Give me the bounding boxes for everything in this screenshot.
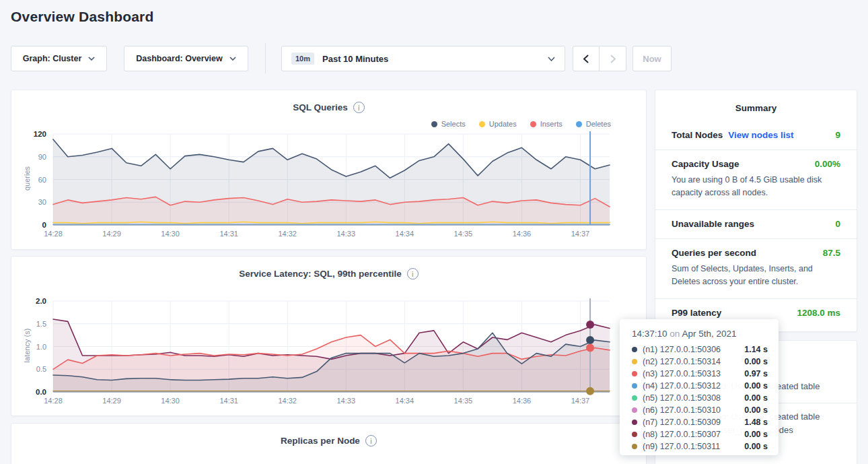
tooltip-node-value: 0.00 s [744, 430, 768, 439]
series-color-dot [632, 395, 637, 401]
tooltip-node-value: 0.97 s [744, 369, 768, 378]
summary-row-head: Capacity Usage0.00% [672, 159, 840, 169]
y-tick-label: 0.5 [11, 365, 46, 373]
tooltip-node-value: 0.00 s [744, 405, 768, 415]
tooltip-node-value: 0.00 s [744, 381, 768, 391]
tooltip-timestamp: 14:37:10 on Apr 5th, 2021 [632, 329, 768, 339]
chart-title: Service Latency: SQL, 99th percentile [239, 269, 402, 279]
tooltip-node-value: 0.00 s [744, 357, 768, 366]
page-title: Overview Dashboard [11, 9, 154, 25]
tooltip-node-value: 1.48 s [744, 418, 768, 427]
x-tick-label: 14:34 [383, 230, 426, 238]
tooltip-node-label: (n5) 127.0.0.1:50308 [643, 393, 721, 403]
series-color-dot [632, 444, 637, 449]
y-tick-label: 30 [11, 198, 46, 206]
tooltip-rows: (n1) 127.0.0.1:503061.14 s(n2) 127.0.0.1… [632, 343, 768, 453]
x-tick-label: 14:32 [266, 230, 309, 238]
summary-row-label: Queries per second [672, 248, 756, 258]
hover-dot [586, 321, 594, 329]
summary-title: Summary [655, 90, 857, 113]
series-color-dot [632, 383, 637, 389]
summary-row-head: Unavailable ranges0 [672, 219, 840, 229]
service-latency-card: Service Latency: SQL, 99th percentile i … [11, 256, 647, 416]
summary-row-subtext: You are using 0 B of 4.5 GiB usable disk… [672, 174, 840, 200]
now-button[interactable]: Now [632, 46, 672, 71]
dashboard-dropdown[interactable]: Dashboard: Overview [124, 46, 248, 71]
summary-row-head: P99 latency1208.0 ms [672, 308, 840, 318]
info-icon[interactable]: i [353, 102, 365, 113]
y-tick-label: 0 [11, 221, 46, 229]
summary-row: Capacity Usage0.00%You are using 0 B of … [655, 150, 857, 209]
legend-label: Selects [441, 120, 466, 128]
sql-queries-card: SQL Queries i SelectsUpdatesInsertsDelet… [11, 90, 647, 250]
summary-row-link[interactable]: View nodes list [728, 130, 793, 140]
sql-queries-svg [53, 134, 610, 225]
x-tick-label: 14:32 [266, 397, 309, 405]
x-tick-label: 14:31 [207, 230, 250, 238]
y-tick-label: 1.0 [11, 343, 46, 351]
legend-label: Inserts [540, 120, 563, 128]
info-icon[interactable]: i [365, 435, 377, 446]
x-tick-label: 14:35 [441, 230, 484, 238]
graph-dropdown[interactable]: Graph: Cluster [11, 46, 107, 71]
tooltip-node-value: 0.00 s [744, 442, 768, 451]
dashboard-dropdown-label: Dashboard: Overview [136, 54, 223, 63]
tooltip-node-label: (n8) 127.0.0.1:50307 [643, 430, 721, 439]
time-range-label: Past 10 Minutes [322, 54, 540, 64]
summary-row-label: Capacity Usage [672, 159, 739, 169]
x-tick-label: 14:36 [500, 230, 543, 238]
y-tick-label: 90 [11, 153, 46, 161]
tooltip-node-label: (n7) 127.0.0.1:50309 [643, 418, 721, 427]
tooltip-node-label: (n3) 127.0.0.1:50313 [643, 369, 721, 378]
info-icon[interactable]: i [407, 268, 419, 279]
summary-panel: Summary Total NodesView nodes list9Capac… [655, 90, 857, 332]
summary-row: Unavailable ranges0 [655, 209, 857, 238]
summary-row: Total NodesView nodes list9 [655, 121, 857, 150]
time-next-button[interactable] [599, 46, 626, 71]
tooltip-node-label: (n6) 127.0.0.1:50310 [643, 405, 721, 415]
x-tick-label: 14:29 [90, 230, 133, 238]
x-tick-label: 14:30 [149, 397, 192, 405]
x-tick-label: 14:33 [324, 397, 367, 405]
y-tick-label: 1.5 [11, 320, 46, 328]
graph-dropdown-label: Graph: Cluster [23, 54, 82, 63]
service-latency-plot[interactable] [53, 301, 610, 392]
y-tick-label: 2.0 [11, 297, 46, 305]
chevron-right-icon [610, 55, 616, 63]
tooltip-row: (n7) 127.0.0.1:503091.48 s [632, 416, 768, 428]
tooltip-row: (n1) 127.0.0.1:503061.14 s [632, 343, 768, 356]
summary-row-subtext: Sum of Selects, Updates, Inserts, and De… [672, 263, 840, 289]
tooltip-row: (n3) 127.0.0.1:503130.97 s [632, 368, 768, 380]
time-prev-button[interactable] [573, 46, 600, 71]
x-tick-label: 14:35 [441, 397, 484, 405]
legend-item-selects[interactable]: Selects [431, 120, 466, 128]
tooltip-node-label: (n9) 127.0.0.1:50311 [643, 442, 720, 451]
series-color-dot [632, 407, 637, 413]
chart-title: SQL Queries [293, 102, 348, 112]
legend-dot [530, 121, 536, 127]
tooltip-node-label: (n2) 127.0.0.1:50314 [643, 357, 721, 366]
legend-dot [576, 121, 582, 127]
legend-item-deletes[interactable]: Deletes [576, 120, 611, 128]
x-tick-label: 14:30 [149, 230, 192, 238]
legend-item-inserts[interactable]: Inserts [530, 120, 563, 128]
tooltip-row: (n4) 127.0.0.1:503120.00 s [632, 380, 768, 392]
summary-row-head: Total NodesView nodes list9 [672, 130, 840, 140]
chart-hover-tooltip: 14:37:10 on Apr 5th, 2021 (n1) 127.0.0.1… [620, 319, 779, 455]
sql-queries-plot[interactable] [53, 134, 610, 225]
time-range-picker[interactable]: 10m Past 10 Minutes [281, 46, 565, 71]
summary-rows: Total NodesView nodes list9Capacity Usag… [655, 121, 857, 327]
tooltip-row: (n8) 127.0.0.1:503070.00 s [632, 428, 768, 440]
legend-item-updates[interactable]: Updates [479, 120, 517, 128]
chevron-down-icon [548, 57, 555, 61]
x-tick-label: 14:37 [558, 230, 602, 238]
series-color-dot [632, 432, 637, 437]
y-tick-label: 120 [11, 130, 46, 138]
y-tick-label: 0.0 [11, 388, 46, 396]
controls-divider [265, 43, 266, 73]
summary-row-label: P99 latency [672, 308, 721, 318]
tooltip-row: (n9) 127.0.0.1:503110.00 s [632, 440, 768, 453]
series-color-dot [632, 347, 637, 352]
hover-dot [586, 344, 594, 352]
chevron-down-icon [229, 57, 236, 61]
